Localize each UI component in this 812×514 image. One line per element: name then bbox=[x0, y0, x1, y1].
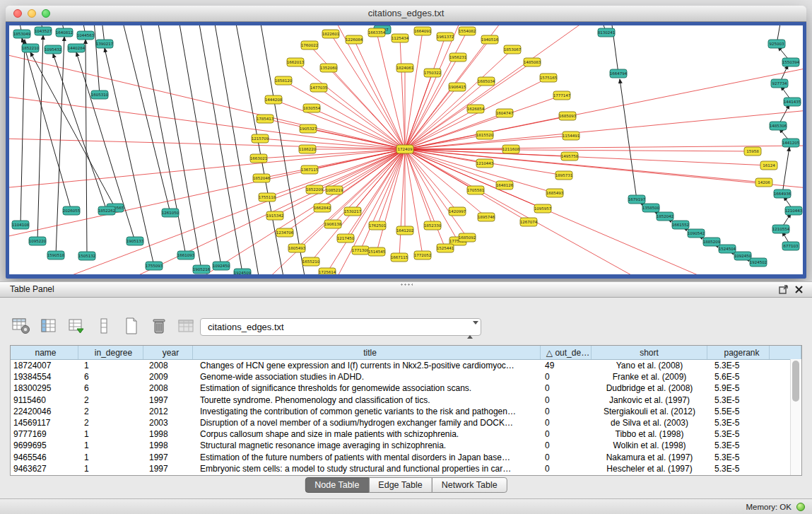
graph-node[interactable]: 1367115 bbox=[301, 165, 319, 174]
graph-node[interactable]: 925003 bbox=[768, 40, 785, 48]
zoom-button[interactable] bbox=[42, 9, 50, 18]
table-settings-icon[interactable] bbox=[11, 316, 31, 336]
scrollbar-thumb[interactable] bbox=[792, 361, 799, 402]
graph-node[interactable]: 1895731 bbox=[555, 171, 573, 180]
graph-node[interactable]: 1755093 bbox=[146, 262, 163, 270]
graph-node[interactable]: 1267074 bbox=[520, 218, 538, 226]
graph-node[interactable]: 1824061 bbox=[396, 64, 414, 72]
new-file-icon[interactable] bbox=[122, 316, 141, 336]
graph-node[interactable]: 1685092 bbox=[459, 233, 476, 242]
graph-node[interactable]: 1485306 bbox=[770, 122, 787, 130]
graph-node[interactable]: 1662842 bbox=[314, 204, 331, 212]
graph-node[interactable]: 1852042 bbox=[657, 212, 674, 221]
graph-node[interactable]: 1524504 bbox=[719, 245, 736, 253]
graph-node[interactable]: 1895746 bbox=[478, 213, 495, 221]
graph-node[interactable]: 1685034 bbox=[478, 77, 495, 86]
table-row[interactable]: 1872400712008Changes of HCN gene express… bbox=[11, 360, 801, 371]
graph-node[interactable]: 1852210 bbox=[22, 44, 40, 52]
graph-node[interactable]: 1261050 bbox=[162, 209, 180, 217]
graph-node[interactable]: 1215709 bbox=[252, 134, 269, 143]
graph-node[interactable]: 1915342 bbox=[266, 211, 284, 220]
column-chooser-icon[interactable] bbox=[39, 316, 59, 336]
graph-node[interactable]: 1755118 bbox=[259, 193, 276, 201]
float-panel-icon[interactable] bbox=[779, 285, 788, 294]
graph-node[interactable]: 1815520 bbox=[476, 131, 494, 139]
table-row[interactable]: 977716911998Corpus callosum shape and si… bbox=[11, 428, 801, 440]
graph-node[interactable]: 927734 bbox=[771, 79, 788, 88]
column-header-out-degree[interactable]: △ out_de… bbox=[541, 346, 592, 359]
graph-node[interactable]: 1956231 bbox=[449, 53, 467, 62]
graph-node[interactable]: 1514545 bbox=[368, 247, 386, 256]
column-header-pagerank[interactable]: pagerank bbox=[707, 346, 770, 359]
graph-node[interactable]: 1830554 bbox=[303, 104, 321, 112]
table-row[interactable]: 2242004622012Investigating the contribut… bbox=[11, 406, 801, 417]
graph-node[interactable]: 1663354 bbox=[368, 28, 386, 37]
graph-node[interactable]: 1550394 bbox=[782, 58, 800, 66]
graph-node[interactable]: 1210443 bbox=[785, 206, 803, 215]
column-header-short[interactable]: short bbox=[592, 346, 707, 359]
graph-node[interactable]: 1961372 bbox=[437, 33, 454, 41]
graph-node[interactable]: 1554082 bbox=[459, 27, 476, 35]
table-row[interactable]: 911546021997Tourette syndrome. Phenomeno… bbox=[11, 395, 801, 406]
graph-node[interactable]: 1441205 bbox=[782, 139, 800, 147]
graph-node[interactable]: 1664794 bbox=[610, 69, 628, 78]
graph-node[interactable]: 1217450 bbox=[337, 234, 355, 243]
graph-node[interactable]: 1822601 bbox=[322, 30, 340, 38]
import-column-icon[interactable] bbox=[66, 316, 86, 336]
graph-node[interactable]: 1661093 bbox=[177, 251, 195, 259]
graph-node[interactable]: 1530217 bbox=[344, 207, 362, 216]
graph-node[interactable]: 1924509 bbox=[234, 269, 252, 274]
table-row[interactable]: 946554611997Estimation of the future num… bbox=[11, 452, 801, 463]
graph-node[interactable]: 1095432 bbox=[45, 45, 62, 54]
graph-node[interactable]: 1226084 bbox=[346, 35, 363, 44]
graph-node[interactable]: 1905327 bbox=[300, 124, 317, 133]
table-row[interactable]: 1938455462009Genome-wide association stu… bbox=[11, 371, 801, 382]
minimize-button[interactable] bbox=[28, 9, 36, 18]
table-row[interactable]: 946362711997Embryonic stem cells: a mode… bbox=[11, 463, 801, 474]
window-titlebar[interactable]: citations_edges.txt bbox=[6, 6, 806, 22]
graph-node[interactable]: 1906138 bbox=[324, 220, 342, 228]
graph-node[interactable]: 16124 bbox=[760, 161, 777, 170]
graph-node[interactable]: 1852330 bbox=[424, 221, 442, 230]
graph-node[interactable]: 1648126 bbox=[496, 181, 514, 189]
graph-node[interactable]: 1679197 bbox=[628, 195, 646, 204]
graph-node[interactable]: 1495758 bbox=[561, 152, 579, 160]
graph-node[interactable]: 1210443 bbox=[476, 159, 494, 168]
graph-node[interactable]: 1685093 bbox=[559, 112, 577, 120]
table-selector-dropdown[interactable]: citations_edges.txt bbox=[200, 318, 481, 336]
graph-node[interactable]: 1186220 bbox=[299, 145, 317, 153]
graph-node[interactable]: 1655210 bbox=[302, 257, 320, 266]
tab-network-table[interactable]: Network Table bbox=[432, 477, 507, 493]
column-header-name[interactable]: name bbox=[11, 346, 78, 359]
graph-node[interactable]: 1905216 bbox=[193, 265, 211, 274]
graph-node[interactable]: 1705581 bbox=[467, 186, 485, 194]
graph-node[interactable]: 1104108 bbox=[12, 221, 30, 229]
tab-node-table[interactable]: Node Table bbox=[305, 477, 369, 493]
row-height-icon[interactable] bbox=[94, 316, 114, 336]
graph-node[interactable]: 1575165 bbox=[540, 74, 558, 82]
graph-node[interactable]: 1685493 bbox=[546, 189, 564, 197]
graph-node[interactable]: 1095220 bbox=[29, 237, 47, 245]
graph-node[interactable]: 1440284 bbox=[68, 44, 86, 52]
graph-node[interactable]: 1885209 bbox=[703, 238, 721, 246]
graph-node[interactable]: 1390217 bbox=[96, 40, 114, 48]
graph-node[interactable]: 1663021 bbox=[250, 154, 268, 163]
graph-node[interactable]: 1154491 bbox=[563, 132, 580, 140]
graph-node[interactable]: 1477035 bbox=[310, 83, 328, 92]
graph-node[interactable]: 1092450 bbox=[213, 262, 230, 270]
graph-node[interactable]: 1444208 bbox=[265, 95, 283, 104]
graph-node[interactable]: 1858120 bbox=[275, 76, 293, 85]
graph-node[interactable]: 1852262 bbox=[98, 206, 116, 215]
graph-node[interactable]: 1762501 bbox=[369, 221, 387, 230]
table-panel-header[interactable]: Table Panel bbox=[0, 282, 812, 298]
graph-node[interactable]: 1853049 bbox=[13, 30, 31, 38]
tab-edge-table[interactable]: Edge Table bbox=[368, 477, 432, 493]
panel-resize-grip[interactable] bbox=[400, 284, 413, 286]
graph-node[interactable]: 1640812 bbox=[56, 28, 73, 37]
graph-node[interactable]: 1750322 bbox=[424, 69, 442, 77]
graph-node[interactable]: 1805493 bbox=[288, 244, 306, 252]
delete-icon[interactable] bbox=[149, 316, 169, 336]
close-panel-icon[interactable] bbox=[794, 285, 804, 294]
network-view[interactable]: 1853049104352716408121044563185221010954… bbox=[9, 25, 803, 274]
graph-node[interactable]: 8130241 bbox=[598, 28, 616, 37]
